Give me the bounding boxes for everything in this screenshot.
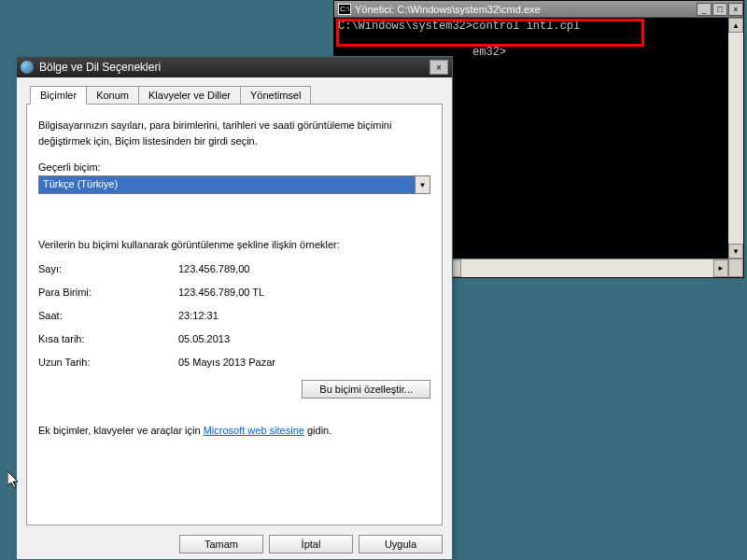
time-label: Saat: <box>38 310 178 321</box>
scroll-down-icon[interactable]: ▼ <box>728 244 743 259</box>
footer-text: Ek biçimler, klavyeler ve araçlar için M… <box>38 425 430 436</box>
region-language-dialog: Bölge ve Dil Seçenekleri × Biçimler Konu… <box>16 56 453 560</box>
shortdate-value: 05.05.2013 <box>178 333 230 344</box>
current-format-dropdown[interactable]: Türkçe (Türkiye) ▼ <box>38 175 430 194</box>
microsoft-website-link[interactable]: Microsoft web sitesine <box>204 425 304 436</box>
cmd-titlebar[interactable]: C:\ Yönetici: C:\Windows\system32\cmd.ex… <box>334 1 743 18</box>
number-label: Sayı: <box>38 263 178 274</box>
scroll-right-icon[interactable]: ► <box>713 259 728 277</box>
tab-keyboards[interactable]: Klavyeler ve Diller <box>138 86 241 105</box>
number-value: 123.456.789,00 <box>178 263 249 274</box>
current-format-label: Geçerli biçim: <box>38 161 430 173</box>
row-number: Sayı: 123.456.789,00 <box>38 263 430 274</box>
row-currency: Para Birimi: 123.456.789,00 TL <box>38 287 430 298</box>
minimize-button[interactable]: _ <box>697 3 712 16</box>
currency-label: Para Birimi: <box>38 287 178 298</box>
dialog-close-button[interactable]: × <box>430 60 448 75</box>
cancel-button[interactable]: İptal <box>269 535 353 553</box>
ok-button[interactable]: Tamam <box>179 535 263 553</box>
longdate-label: Uzun Tarih: <box>38 357 178 368</box>
tab-panel-formats: Bilgisayarınızın sayıları, para birimler… <box>26 104 443 525</box>
cmd-title-text: Yönetici: C:\Windows\system32\cmd.exe <box>355 4 541 15</box>
apply-button[interactable]: Uygula <box>359 535 443 553</box>
cmd-resize-corner[interactable] <box>728 259 743 277</box>
dialog-titlebar[interactable]: Bölge ve Dil Seçenekleri × <box>17 57 452 77</box>
time-value: 23:12:31 <box>178 310 218 321</box>
customize-format-button[interactable]: Bu biçimi özelleştir... <box>302 380 430 399</box>
row-shortdate: Kısa tarih: 05.05.2013 <box>38 333 430 344</box>
dialog-title-text: Bölge ve Dil Seçenekleri <box>39 61 161 74</box>
maximize-button[interactable]: □ <box>712 3 727 16</box>
current-format-value: Türkçe (Türkiye) <box>39 176 415 193</box>
cmd-icon: C:\ <box>338 4 351 15</box>
chevron-down-icon[interactable]: ▼ <box>415 176 430 193</box>
tab-location[interactable]: Konum <box>86 86 139 105</box>
tab-formats[interactable]: Biçimler <box>30 86 87 105</box>
examples-label: Verilerin bu biçimi kullanarak görüntüle… <box>38 239 430 250</box>
currency-value: 123.456.789,00 TL <box>178 287 264 298</box>
shortdate-label: Kısa tarih: <box>38 333 178 344</box>
cmd-vscrollbar[interactable]: ▲ ▼ <box>728 18 743 259</box>
globe-icon <box>21 61 34 74</box>
tab-strip: Biçimler Konum Klavyeler ve Diller Yönet… <box>26 85 443 104</box>
longdate-value: 05 Mayıs 2013 Pazar <box>178 357 275 368</box>
dialog-button-row: Tamam İptal Uygula <box>17 525 452 560</box>
row-time: Saat: 23:12:31 <box>38 310 430 321</box>
scroll-up-icon[interactable]: ▲ <box>728 18 743 33</box>
tab-admin[interactable]: Yönetimsel <box>240 86 311 105</box>
formats-description: Bilgisayarınızın sayıları, para birimler… <box>38 118 430 148</box>
close-button[interactable]: × <box>728 3 743 16</box>
scroll-track[interactable] <box>728 33 743 244</box>
row-longdate: Uzun Tarih: 05 Mayıs 2013 Pazar <box>38 357 430 368</box>
annotation-highlight <box>336 19 644 47</box>
